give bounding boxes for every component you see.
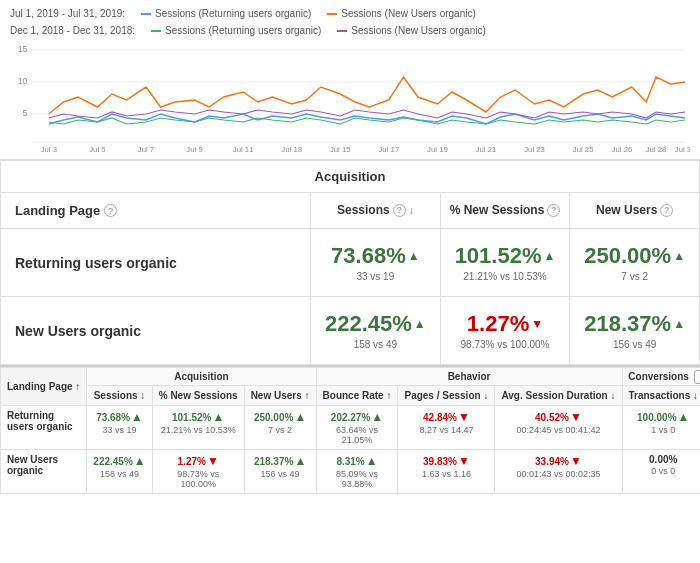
svg-text:Jul 17: Jul 17 [379,145,400,152]
col-pct-new[interactable]: % New Sessions [152,386,244,406]
chart-legend-prev: Dec 1, 2018 - Dec 31, 2018: Sessions (Re… [10,25,690,36]
table-newusers-pages-sub: 1.63 vs 1.16 [404,469,488,479]
table-newusers-sessions-value: 222.45% ▲ [93,454,145,468]
legend-sessions-returning-prev-dot [151,30,161,32]
row-label-returning: Returning users organic [1,229,311,296]
table-newusers-bounce-sub: 85.09% vs 93.88% [323,469,392,489]
new-users-help-icon[interactable]: ? [660,204,673,217]
svg-text:Jul 25: Jul 25 [573,145,594,152]
legend-sessions-returning-current-dot [141,13,151,15]
chart-legend: Jul 1, 2019 - Jul 31, 2019: Sessions (Re… [10,8,690,19]
table-cell-newusers-newusers: 218.37% ▲ 156 vs 49 [244,450,316,494]
returning-sessions-value: 73.68% ▲ [331,243,420,269]
landing-page-help-icon[interactable]: ? [104,204,117,217]
legend-sessions-newusers-current-dot [327,13,337,15]
svg-text:Jul 3: Jul 3 [41,145,58,152]
table-cell-newusers-sessions: 222.45% ▲ 158 vs 49 [87,450,152,494]
table-cell-newusers-transactions: 0.00% 0 vs 0 [622,450,700,494]
ecommerce-badge[interactable]: eCommerce ▾ [694,370,700,384]
new-users-label: New Users [596,203,657,217]
table-row-returning-label: Returning users organic [1,406,87,450]
table-returning-bounce-value: 202.27% ▲ [323,410,392,424]
legend-sessions-returning-current: Sessions (Returning users organic) [141,8,311,19]
landing-page-label: Landing Page [15,203,100,218]
legend-sessions-newusers-prev: Sessions (New Users organic) [337,25,486,36]
svg-text:Jul 19: Jul 19 [427,145,448,152]
returning-sessions-arrow: ▲ [408,249,420,263]
table-newusers-pct-value: 1.27% ▼ [159,454,238,468]
metric-header-new-users: New Users ? [570,193,699,228]
landing-page-col-header[interactable]: Landing Page ↑ [1,368,87,406]
table-cell-returning-pct: 101.52% ▲ 21.21% vs 10.53% [152,406,244,450]
table-returning-duration-value: 40.52% ▼ [501,410,615,424]
newusers-pct-arrow: ▼ [531,317,543,331]
legend-date-prev-label: Dec 1, 2018 - Dec 31, 2018: [10,25,135,36]
table-newusers-newusers-sub: 156 vs 49 [251,469,310,479]
legend-sessions-newusers-prev-label: Sessions (New Users organic) [351,25,486,36]
metric-cell-newusers-pct: 1.27% ▼ 98.73% vs 100.00% [441,297,571,364]
metric-cells-newusers: 222.45% ▲ 158 vs 49 1.27% ▼ 98.73% vs 10… [311,297,699,364]
pct-new-sessions-help-icon[interactable]: ? [547,204,560,217]
svg-text:Jul 9: Jul 9 [186,145,202,152]
newusers-newusers-sub: 156 vs 49 [613,339,656,350]
returning-pct-sub: 21.21% vs 10.53% [463,271,546,282]
newusers-sessions-value: 222.45% ▲ [325,311,426,337]
col-pages-session[interactable]: Pages / Session ↓ [398,386,495,406]
col-avg-duration[interactable]: Avg. Session Duration ↓ [495,386,622,406]
group-header-row: Landing Page ↑ Acquisition Behavior Conv… [1,368,701,386]
table-returning-sessions-sub: 33 vs 19 [93,425,145,435]
svg-text:10: 10 [18,76,28,86]
col-sessions[interactable]: Sessions ↓ [87,386,152,406]
metric-cell-returning-sessions: 73.68% ▲ 33 vs 19 [311,229,441,296]
table-returning-duration-sub: 00:24:45 vs 00:41:42 [501,425,615,435]
chart-area: Jul 1, 2019 - Jul 31, 2019: Sessions (Re… [0,0,700,160]
table-returning-pct-sub: 21.21% vs 10.53% [159,425,238,435]
sessions-help-icon[interactable]: ? [393,204,406,217]
table-returning-pages-value: 42.84% ▼ [404,410,488,424]
col-new-users[interactable]: New Users ↑ [244,386,316,406]
col-header-row: Sessions ↓ % New Sessions New Users ↑ Bo… [1,386,701,406]
table-row-returning: Returning users organic 73.68% ▲ 33 vs 1… [1,406,701,450]
table-returning-bounce-sub: 63.64% vs 21.05% [323,425,392,445]
table-returning-newusers-sub: 7 vs 2 [251,425,310,435]
table-returning-newusers-value: 250.00% ▲ [251,410,310,424]
legend-sessions-newusers-current-label: Sessions (New Users organic) [341,8,476,19]
svg-text:Jul 21: Jul 21 [476,145,497,152]
returning-newusers-sub: 7 vs 2 [621,271,648,282]
legend-sessions-returning-current-label: Sessions (Returning users organic) [155,8,311,19]
sessions-sort-icon[interactable]: ↓ [409,205,414,216]
table-cell-returning-pages: 42.84% ▼ 8.27 vs 14.47 [398,406,495,450]
col-transactions[interactable]: Transactions ↓ [622,386,700,406]
table-newusers-bounce-value: 8.31% ▲ [323,454,392,468]
landing-page-header: Landing Page ? [1,193,311,228]
svg-text:Jul 23: Jul 23 [524,145,545,152]
detail-table-wrap: Landing Page ↑ Acquisition Behavior Conv… [0,365,700,494]
table-cell-newusers-pct: 1.27% ▼ 98.73% vs 100.00% [152,450,244,494]
col-bounce-rate[interactable]: Bounce Rate ↑ [316,386,398,406]
pct-new-sessions-label: % New Sessions [450,203,545,217]
svg-text:Jul 13: Jul 13 [281,145,302,152]
table-newusers-transactions-sub: 0 vs 0 [629,466,698,476]
detail-table: Landing Page ↑ Acquisition Behavior Conv… [0,367,700,494]
behavior-group-header: Behavior [316,368,622,386]
newusers-pct-value: 1.27% ▼ [467,311,543,337]
metric-headers: Sessions ? ↓ % New Sessions ? New Users … [311,193,699,228]
data-row-newusers: New Users organic 222.45% ▲ 158 vs 49 1.… [1,297,699,364]
table-newusers-duration-value: 33.94% ▼ [501,454,615,468]
legend-date-current-label: Jul 1, 2019 - Jul 31, 2019: [10,8,125,19]
svg-text:Jul 15: Jul 15 [330,145,351,152]
table-cell-returning-transactions: 100.00% ▲ 1 vs 0 [622,406,700,450]
table-cell-newusers-duration: 33.94% ▼ 00:01:43 vs 00:02:35 [495,450,622,494]
returning-pct-value: 101.52% ▲ [455,243,556,269]
row-label-newusers: New Users organic [1,297,311,364]
table-cell-returning-bounce: 202.27% ▲ 63.64% vs 21.05% [316,406,398,450]
svg-text:Jul 7: Jul 7 [138,145,154,152]
table-cell-returning-newusers: 250.00% ▲ 7 vs 2 [244,406,316,450]
metric-header-sessions: Sessions ? ↓ [311,193,441,228]
chart-svg: 15 10 5 Jul 3 Jul 5 Jul 7 Jul 9 Jul 11 J… [10,42,690,152]
svg-text:5: 5 [23,108,28,118]
metric-cells-returning: 73.68% ▲ 33 vs 19 101.52% ▲ 21.21% vs 10… [311,229,699,296]
table-cell-newusers-pages: 39.83% ▼ 1.63 vs 1.16 [398,450,495,494]
data-row-returning: Returning users organic 73.68% ▲ 33 vs 1… [1,229,699,297]
metric-cell-returning-pct: 101.52% ▲ 21.21% vs 10.53% [441,229,571,296]
